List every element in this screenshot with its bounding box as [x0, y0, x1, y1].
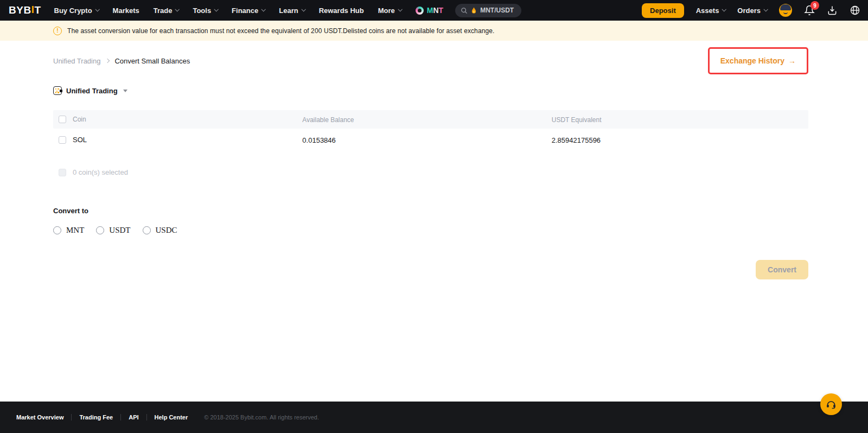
mnt-token-link[interactable]: MNT — [416, 6, 443, 15]
triangle-down-icon — [123, 90, 127, 92]
row-available-cell: 0.0153846 — [302, 135, 551, 145]
radio-option-usdc[interactable]: USDC — [143, 226, 177, 235]
chevron-down-icon — [763, 7, 768, 11]
nav-finance[interactable]: Finance — [232, 7, 265, 15]
page-title: Convert Small Balances — [114, 57, 190, 65]
copyright-text: © 2018-2025 Bybit.com. All rights reserv… — [204, 414, 319, 421]
footer-link-api[interactable]: API — [121, 414, 146, 421]
search-value: MNT/USDT — [480, 7, 514, 14]
row-coin-cell: SOL — [53, 136, 302, 144]
globe-icon — [850, 5, 860, 16]
row-checkbox[interactable] — [59, 136, 66, 144]
exchange-history-button[interactable]: Exchange History → — [708, 47, 808, 74]
nav-label: Markets — [113, 7, 139, 15]
selection-checkbox — [59, 169, 66, 176]
convert-to-heading: Convert to — [53, 207, 808, 215]
select-all-checkbox[interactable] — [59, 116, 66, 123]
convert-button-row: Convert — [53, 260, 808, 279]
balances-table: Coin Available Balance USDT Equivalent S… — [53, 110, 808, 151]
radio-button[interactable] — [143, 226, 151, 234]
unified-account-icon — [53, 86, 62, 95]
nav-label: Trade — [154, 7, 173, 15]
chevron-down-icon — [95, 7, 99, 11]
logo-text-accent: I — [31, 4, 35, 16]
radio-option-usdt[interactable]: USDT — [96, 226, 130, 235]
header-available-label: Available Balance — [302, 116, 354, 124]
footer: Market Overview Trading Fee API Help Cen… — [0, 402, 868, 433]
footer-link-trading-fee[interactable]: Trading Fee — [72, 414, 120, 421]
chevron-down-icon — [398, 7, 402, 11]
nav-more[interactable]: More — [378, 7, 401, 15]
flame-icon — [471, 7, 477, 14]
radio-option-mnt[interactable]: MNT — [53, 226, 84, 235]
deposit-button[interactable]: Deposit — [642, 3, 684, 18]
exchange-history-label: Exchange History — [720, 56, 784, 65]
chevron-down-icon — [214, 7, 219, 11]
logo-text-pre: BYB — [9, 4, 31, 16]
mnt-token-icon — [416, 7, 424, 15]
logo-text-post: T — [34, 4, 41, 16]
radio-button[interactable] — [53, 226, 61, 234]
avatar-smile — [783, 11, 788, 14]
notice-banner: ! The asset conversion value for each tr… — [0, 21, 868, 41]
header-coin-cell: Coin — [53, 116, 302, 123]
available-balance-value: 0.0153846 — [302, 136, 335, 144]
nav-rewards-hub[interactable]: Rewards Hub — [319, 7, 364, 15]
top-navigation-bar: BYBIT Buy Crypto Markets Trade Tools Fin… — [0, 0, 868, 21]
bybit-logo[interactable]: BYBIT — [9, 4, 41, 16]
footer-link-market-overview[interactable]: Market Overview — [16, 414, 71, 421]
headset-icon — [826, 399, 837, 410]
topbar-right: Deposit Assets Orders 9 — [642, 3, 860, 18]
header-usdt-label: USDT Equivalent — [552, 116, 602, 124]
chevron-down-icon — [301, 7, 305, 11]
page: BYBIT Buy Crypto Markets Trade Tools Fin… — [0, 0, 868, 433]
search-input[interactable]: MNT/USDT — [455, 4, 521, 17]
header-usdt-cell: USDT Equivalent — [552, 114, 808, 124]
nav-orders[interactable]: Orders — [737, 7, 767, 15]
main-nav: Buy Crypto Markets Trade Tools Finance L… — [54, 7, 401, 15]
nav-label: Buy Crypto — [54, 7, 92, 15]
footer-links: Market Overview Trading Fee API Help Cen… — [16, 414, 195, 421]
radio-button[interactable] — [96, 226, 104, 234]
nav-label: Tools — [193, 7, 211, 15]
breadcrumb-parent[interactable]: Unified Trading — [53, 57, 100, 65]
radio-label: USDT — [109, 226, 130, 235]
coin-name: SOL — [73, 136, 87, 144]
mnt-token-label: MNT — [427, 6, 443, 15]
nav-learn[interactable]: Learn — [279, 7, 304, 15]
nav-label: Learn — [279, 7, 298, 15]
account-selector[interactable]: Unified Trading — [53, 86, 127, 95]
nav-label: More — [378, 7, 395, 15]
chevron-down-icon — [175, 7, 180, 11]
search-icon — [461, 7, 468, 14]
user-avatar[interactable] — [779, 4, 792, 17]
header-coin-label: Coin — [73, 116, 86, 123]
nav-buy-crypto[interactable]: Buy Crypto — [54, 7, 99, 15]
convert-to-options: MNT USDT USDC — [53, 226, 808, 235]
avatar-hair — [780, 4, 791, 10]
nav-label: Orders — [737, 7, 761, 15]
breadcrumb-row: Unified Trading Convert Small Balances E… — [53, 47, 808, 74]
table-row: SOL 0.0153846 2.85942175596 — [53, 129, 808, 151]
notifications-button[interactable]: 9 — [804, 5, 815, 16]
row-usdt-cell: 2.85942175596 — [552, 135, 808, 145]
nav-label: Assets — [696, 7, 719, 15]
header-available-cell: Available Balance — [302, 114, 551, 124]
download-app-button[interactable] — [827, 5, 838, 16]
notice-text: The asset conversion value for each tran… — [67, 27, 494, 35]
chevron-right-icon — [105, 59, 110, 63]
nav-markets[interactable]: Markets — [113, 7, 139, 15]
radio-label: MNT — [66, 226, 84, 235]
customer-support-button[interactable] — [820, 393, 842, 415]
nav-label: Finance — [232, 7, 258, 15]
footer-link-help-center[interactable]: Help Center — [147, 414, 196, 421]
nav-trade[interactable]: Trade — [154, 7, 179, 15]
convert-button[interactable]: Convert — [756, 260, 808, 279]
table-header-row: Coin Available Balance USDT Equivalent — [53, 110, 808, 129]
nav-assets[interactable]: Assets — [696, 7, 726, 15]
account-selector-label: Unified Trading — [66, 87, 118, 95]
selection-count-label: 0 coin(s) selected — [73, 168, 128, 176]
chevron-down-icon — [261, 7, 266, 11]
nav-tools[interactable]: Tools — [193, 7, 218, 15]
language-button[interactable] — [850, 5, 860, 16]
